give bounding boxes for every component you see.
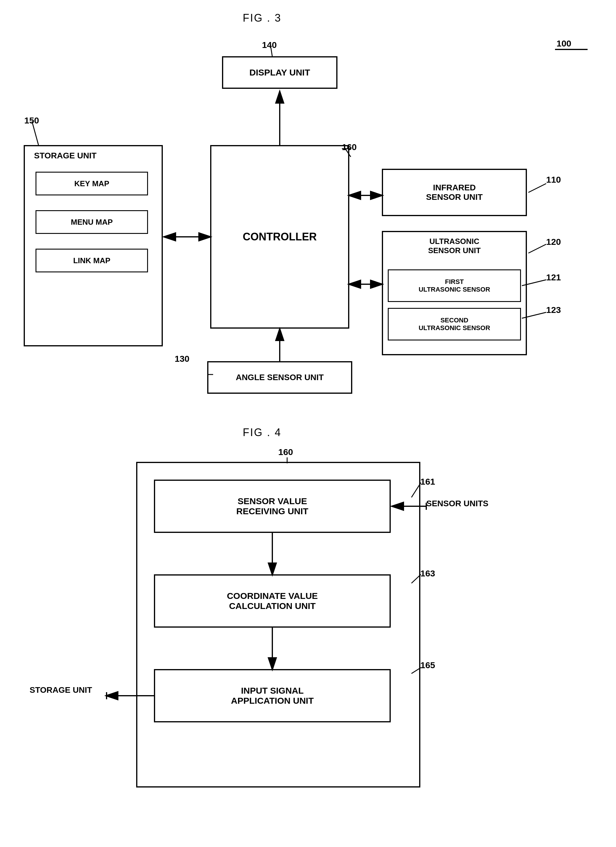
fig4-title: FIG . 4: [243, 426, 281, 439]
link-map-box: LINK MAP: [35, 249, 148, 272]
storage-unit-fig4-label: STORAGE UNIT: [29, 685, 92, 695]
svg-line-24: [528, 244, 546, 253]
menu-map-box: MENU MAP: [35, 210, 148, 234]
key-map-box: KEY MAP: [35, 172, 148, 195]
storage-unit-label: STORAGE UNIT: [34, 151, 96, 161]
ref-100: 100: [557, 38, 571, 49]
ref-121: 121: [546, 272, 561, 282]
display-unit-box: DISPLAY UNIT: [222, 56, 337, 89]
ref-120: 120: [546, 237, 561, 247]
sensor-units-label: SENSOR UNITS: [426, 499, 488, 508]
ref-150: 150: [24, 115, 39, 125]
fig3-title: FIG . 3: [243, 12, 281, 24]
svg-line-23: [528, 183, 546, 192]
second-ultrasonic-box: SECOND ULTRASONIC SENSOR: [388, 308, 521, 341]
infrared-sensor-box: INFRARED SENSOR UNIT: [382, 169, 527, 216]
ref-160-fig3: 160: [342, 142, 357, 152]
sensor-value-box: SENSOR VALUE RECEIVING UNIT: [154, 480, 391, 533]
ultrasonic-label: ULTRASONIC SENSOR UNIT: [388, 237, 521, 255]
ref-130: 130: [175, 354, 189, 364]
ref-161: 161: [420, 477, 435, 487]
ref-123: 123: [546, 305, 561, 315]
ref-163: 163: [420, 568, 435, 578]
input-signal-box: INPUT SIGNAL APPLICATION UNIT: [154, 669, 391, 722]
ref-165: 165: [420, 660, 435, 670]
controller-box: CONTROLLER: [210, 145, 349, 329]
angle-sensor-box: ANGLE SENSOR UNIT: [207, 361, 352, 394]
diagram-container: FIG . 3 100 150 140 DISPLAY UNIT CONTROL…: [0, 0, 616, 847]
first-ultrasonic-box: FIRST ULTRASONIC SENSOR: [388, 269, 521, 302]
ref-140: 140: [262, 40, 277, 50]
ref-110: 110: [546, 175, 561, 185]
coordinate-value-box: COORDINATE VALUE CALCULATION UNIT: [154, 574, 391, 628]
ref-160-fig4: 160: [278, 447, 293, 457]
